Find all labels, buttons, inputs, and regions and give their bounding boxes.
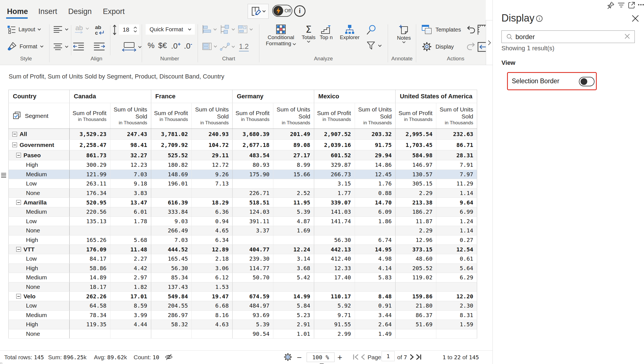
value-cell[interactable]: 86.71 bbox=[436, 140, 477, 150]
redo-button[interactable] bbox=[466, 42, 476, 53]
value-cell[interactable]: 8.59 bbox=[110, 301, 151, 310]
value-cell[interactable]: 2.52 bbox=[273, 188, 314, 198]
value-cell[interactable]: 8.99 bbox=[273, 160, 314, 170]
last-page-button[interactable] bbox=[416, 354, 422, 362]
value-cell[interactable]: 12.24 bbox=[273, 245, 314, 254]
next-page-button[interactable] bbox=[409, 354, 414, 362]
row-drag-handle[interactable] bbox=[1, 173, 6, 179]
value-cell[interactable]: 11.87 bbox=[396, 217, 436, 226]
value-cell[interactable]: 110.17 bbox=[314, 292, 355, 301]
value-cell[interactable]: 484.97 bbox=[233, 301, 273, 310]
value-cell[interactable]: 56.30 bbox=[151, 263, 192, 273]
value-cell[interactable] bbox=[233, 179, 273, 189]
country-header[interactable]: Mexico bbox=[314, 90, 396, 103]
value-cell[interactable]: 3.44 bbox=[355, 310, 396, 320]
hide-stats-button[interactable] bbox=[165, 353, 173, 362]
value-cell[interactable]: 6.36 bbox=[192, 207, 233, 217]
value-cell[interactable] bbox=[355, 226, 396, 235]
value-cell[interactable]: 91.75 bbox=[355, 140, 396, 150]
value-cell[interactable]: 2,258.47 bbox=[70, 140, 110, 150]
value-cell[interactable]: 5.39 bbox=[233, 320, 273, 329]
undo-button[interactable] bbox=[466, 25, 476, 36]
notes-button[interactable]: Notes bbox=[394, 24, 414, 43]
value-cell[interactable]: 175.90 bbox=[233, 170, 273, 179]
value-cell[interactable]: 165.45 bbox=[151, 254, 192, 263]
vertical-align-button[interactable] bbox=[54, 43, 68, 50]
value-cell[interactable]: 1.49 bbox=[355, 329, 396, 339]
value-cell[interactable]: 213.38 bbox=[396, 198, 436, 207]
value-cell[interactable]: 84.17 bbox=[70, 254, 110, 263]
popout-panel-button[interactable] bbox=[628, 1, 635, 9]
country-header[interactable]: France bbox=[151, 90, 233, 103]
row-label[interactable]: VTT bbox=[9, 245, 70, 254]
value-cell[interactable] bbox=[314, 282, 355, 292]
decimal-decrease-button[interactable]: .0- bbox=[184, 41, 192, 51]
value-cell[interactable]: 2,995.54 bbox=[396, 129, 436, 140]
value-cell[interactable]: 5.23 bbox=[273, 310, 314, 320]
value-cell[interactable]: 12.96 bbox=[396, 235, 436, 245]
value-cell[interactable]: 124.03 bbox=[233, 207, 273, 217]
value-cell[interactable]: 3.99 bbox=[110, 310, 151, 320]
collapse-toggle[interactable] bbox=[16, 200, 21, 205]
ai-assistant-toggle[interactable]: Off bbox=[272, 5, 292, 17]
value-cell[interactable]: 9.03 bbox=[151, 217, 192, 226]
value-cell[interactable]: 0.88 bbox=[355, 188, 396, 198]
value-cell[interactable]: 2.27 bbox=[110, 254, 151, 263]
value-cell[interactable]: 12.33 bbox=[314, 263, 355, 273]
tab-export[interactable]: Export bbox=[103, 7, 125, 16]
value-cell[interactable]: 5.92 bbox=[314, 301, 355, 310]
value-cell[interactable]: 391.11 bbox=[233, 217, 273, 226]
value-cell[interactable]: 8.16 bbox=[192, 310, 233, 320]
value-cell[interactable] bbox=[436, 329, 477, 339]
value-cell[interactable]: 2,039.16 bbox=[314, 140, 355, 150]
value-cell[interactable] bbox=[70, 226, 110, 235]
value-cell[interactable]: 3.06 bbox=[192, 263, 233, 273]
wrap-text-button[interactable]: ab c bbox=[95, 25, 105, 37]
value-cell[interactable]: 7.97 bbox=[436, 170, 477, 179]
value-cell[interactable]: 1.82 bbox=[110, 282, 151, 292]
panel-search-input[interactable]: border bbox=[501, 30, 635, 43]
value-cell[interactable]: 9.26 bbox=[192, 170, 233, 179]
value-cell[interactable]: 483.54 bbox=[233, 150, 273, 160]
info-button[interactable]: i bbox=[294, 5, 306, 17]
tab-design[interactable]: Design bbox=[68, 7, 92, 16]
row-label[interactable]: Medium bbox=[9, 310, 70, 320]
country-header[interactable]: Germany bbox=[233, 90, 314, 103]
panel-filter-button[interactable] bbox=[617, 1, 625, 9]
measure-header-profit[interactable]: Sum of Profitin Thousands bbox=[314, 103, 355, 129]
value-cell[interactable] bbox=[314, 226, 355, 235]
value-cell[interactable]: 5.42 bbox=[273, 273, 314, 282]
value-cell[interactable] bbox=[436, 282, 477, 292]
measure-header-profit[interactable]: Sum of Profitin Thousands bbox=[396, 103, 436, 129]
value-cell[interactable]: 64.58 bbox=[70, 301, 110, 310]
value-cell[interactable] bbox=[273, 179, 314, 189]
measure-header-units[interactable]: Sum of UnitsSoldin Thousands bbox=[273, 103, 314, 129]
value-cell[interactable]: 4.44 bbox=[110, 320, 151, 329]
value-cell[interactable]: 263.11 bbox=[70, 179, 110, 189]
quick-format-dropdown[interactable]: Quick Format bbox=[146, 24, 195, 35]
value-cell[interactable]: 9.64 bbox=[436, 198, 477, 207]
value-cell[interactable]: 80.93 bbox=[233, 160, 273, 170]
value-cell[interactable]: 2,677.18 bbox=[233, 140, 273, 150]
value-cell[interactable]: 29.94 bbox=[355, 150, 396, 160]
measure-header-units[interactable]: Sum of UnitsSoldin Thousands bbox=[436, 103, 477, 129]
measure-header-profit[interactable]: Sum of Profitin Thousands bbox=[151, 103, 192, 129]
row-label[interactable]: Medium bbox=[9, 170, 70, 179]
value-cell[interactable]: 7.03 bbox=[110, 170, 151, 179]
value-cell[interactable]: 18.29 bbox=[192, 198, 233, 207]
value-cell[interactable]: 518.51 bbox=[233, 198, 273, 207]
value-cell[interactable]: 7.13 bbox=[192, 179, 233, 189]
row-label[interactable]: Low bbox=[9, 301, 70, 310]
value-cell[interactable]: 58.32 bbox=[151, 320, 192, 329]
value-cell[interactable]: 1.86 bbox=[355, 217, 396, 226]
value-cell[interactable]: 17.40 bbox=[314, 273, 355, 282]
row-label[interactable]: Amarilla bbox=[9, 198, 70, 207]
column-width-button[interactable] bbox=[122, 42, 142, 52]
clear-search-button[interactable] bbox=[624, 34, 630, 40]
value-cell[interactable]: 674.59 bbox=[233, 292, 273, 301]
value-cell[interactable]: 104.72 bbox=[192, 140, 233, 150]
value-cell[interactable]: 114.77 bbox=[233, 263, 273, 273]
value-cell[interactable] bbox=[151, 188, 192, 198]
value-cell[interactable]: 14.95 bbox=[355, 245, 396, 254]
value-cell[interactable]: 2,907.52 bbox=[314, 129, 355, 140]
